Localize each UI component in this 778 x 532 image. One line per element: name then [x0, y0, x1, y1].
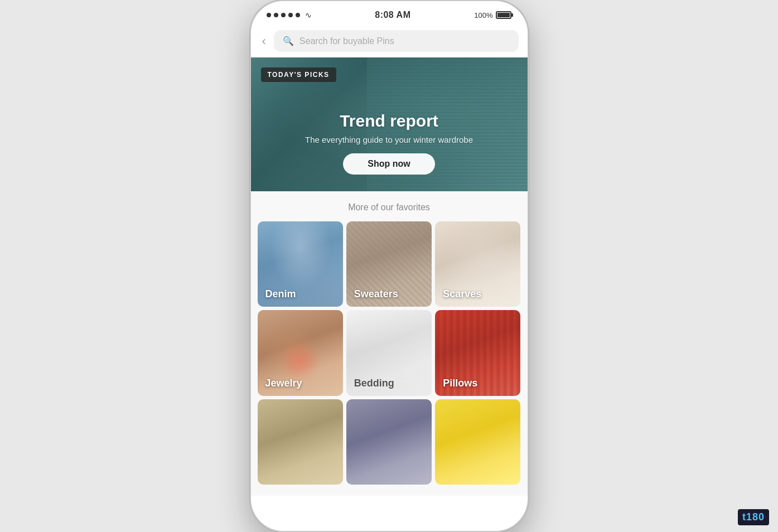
row3-2-bg — [346, 399, 432, 485]
category-pillows[interactable]: Pillows — [435, 310, 520, 395]
shop-now-button[interactable]: Shop now — [343, 153, 434, 175]
category-denim[interactable]: Denim — [258, 221, 343, 307]
category-sweaters[interactable]: Sweaters — [346, 221, 432, 307]
favorites-title: More of our favorites — [251, 191, 528, 221]
hero-banner: TODAY'S PICKS Trend report The everythin… — [251, 57, 528, 191]
row3-3-bg — [435, 399, 520, 485]
battery-percent: 100% — [474, 11, 492, 20]
scarves-label: Scarves — [443, 288, 481, 300]
search-bar[interactable]: 🔍 Search for buyable Pins — [274, 30, 519, 52]
signal-dots: ∿ — [267, 11, 312, 20]
watermark: t180 — [738, 509, 769, 525]
search-area: ‹ 🔍 Search for buyable Pins — [251, 26, 528, 57]
denim-label: Denim — [265, 288, 296, 300]
signal-dot-5 — [296, 13, 300, 17]
signal-dot-2 — [274, 13, 278, 17]
jewelry-label: Jewelry — [265, 378, 302, 389]
signal-dot-3 — [281, 13, 286, 17]
row3-1-bg — [258, 399, 343, 485]
search-icon: 🔍 — [283, 36, 294, 46]
status-right: 100% — [474, 11, 511, 20]
phone-wrapper: ∿ 8:08 AM 100% ‹ 🔍 Search for buyable Pi… — [250, 0, 529, 532]
sweaters-label: Sweaters — [354, 288, 398, 300]
category-row3-3[interactable] — [435, 399, 520, 485]
wifi-icon: ∿ — [305, 11, 312, 20]
search-placeholder: Search for buyable Pins — [299, 36, 394, 46]
phone-screen: ∿ 8:08 AM 100% ‹ 🔍 Search for buyable Pi… — [251, 1, 528, 531]
category-jewelry[interactable]: Jewelry — [258, 310, 343, 395]
signal-dot-4 — [288, 13, 293, 17]
pillows-label: Pillows — [443, 378, 477, 389]
signal-dot-1 — [267, 13, 271, 17]
favorites-section: More of our favorites Denim Sweaters — [251, 191, 528, 496]
category-bedding[interactable]: Bedding — [346, 310, 432, 395]
today-picks-badge: TODAY'S PICKS — [261, 67, 336, 82]
bedding-label: Bedding — [354, 378, 394, 389]
category-row3-1[interactable] — [258, 399, 343, 485]
battery-fill — [497, 13, 510, 17]
hero-subtitle: The everything guide to your winter ward… — [251, 135, 528, 144]
phone-frame: ∿ 8:08 AM 100% ‹ 🔍 Search for buyable Pi… — [250, 0, 529, 532]
category-row3-2[interactable] — [346, 399, 432, 485]
hero-title: Trend report — [251, 112, 528, 130]
category-scarves[interactable]: Scarves — [435, 221, 520, 307]
hero-content: Trend report The everything guide to you… — [251, 112, 528, 175]
status-bar: ∿ 8:08 AM 100% — [251, 1, 528, 26]
back-button[interactable]: ‹ — [260, 32, 268, 51]
battery-icon — [496, 11, 511, 19]
status-time: 8:08 AM — [375, 10, 410, 20]
categories-grid: Denim Sweaters Scarves — [251, 221, 528, 485]
